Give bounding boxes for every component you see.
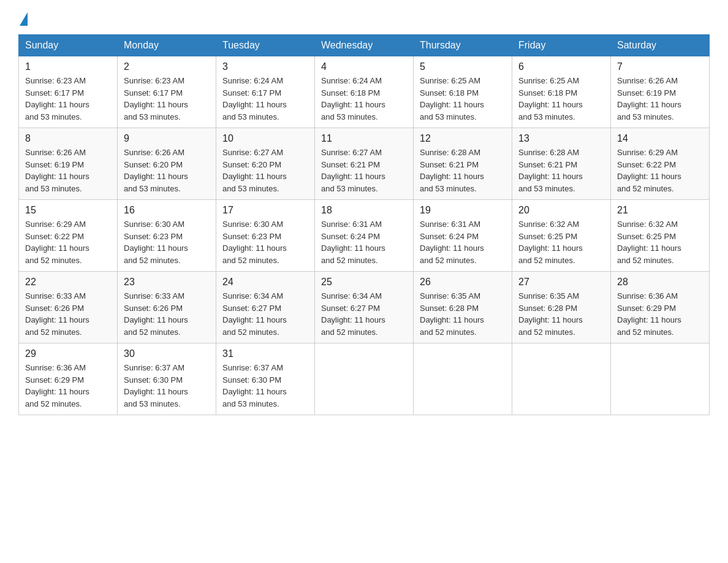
day-number: 24 [222,277,308,288]
logo-arrow-icon [20,12,28,26]
day-info: Sunrise: 6:37 AMSunset: 6:30 PMDaylight:… [124,362,210,410]
calendar-cell: 16Sunrise: 6:30 AMSunset: 6:23 PMDayligh… [118,200,216,272]
day-number: 5 [420,61,506,72]
day-header-thursday: Thursday [414,35,512,56]
calendar-cell: 18Sunrise: 6:31 AMSunset: 6:24 PMDayligh… [315,200,414,272]
day-info: Sunrise: 6:32 AMSunset: 6:25 PMDaylight:… [518,218,604,266]
day-number: 10 [222,133,308,144]
day-number: 21 [617,205,703,216]
day-info: Sunrise: 6:31 AMSunset: 6:24 PMDaylight:… [321,218,407,266]
day-number: 13 [518,133,604,144]
day-number: 29 [25,348,111,359]
day-number: 11 [321,133,407,144]
day-info: Sunrise: 6:30 AMSunset: 6:23 PMDaylight:… [222,218,308,266]
day-number: 28 [617,277,703,288]
calendar-cell: 15Sunrise: 6:29 AMSunset: 6:22 PMDayligh… [19,200,118,272]
day-info: Sunrise: 6:29 AMSunset: 6:22 PMDaylight:… [617,147,703,194]
calendar-cell: 30Sunrise: 6:37 AMSunset: 6:30 PMDayligh… [118,343,216,415]
day-number: 7 [617,61,703,72]
day-info: Sunrise: 6:34 AMSunset: 6:27 PMDaylight:… [321,290,407,338]
day-info: Sunrise: 6:30 AMSunset: 6:23 PMDaylight:… [124,218,210,266]
calendar-week-row: 15Sunrise: 6:29 AMSunset: 6:22 PMDayligh… [19,200,710,272]
day-number: 8 [25,133,111,144]
calendar-cell: 7Sunrise: 6:26 AMSunset: 6:19 PMDaylight… [611,56,710,128]
days-header-row: SundayMondayTuesdayWednesdayThursdayFrid… [19,35,710,56]
calendar-cell: 24Sunrise: 6:34 AMSunset: 6:27 PMDayligh… [216,272,315,343]
day-header-tuesday: Tuesday [216,35,315,56]
day-info: Sunrise: 6:25 AMSunset: 6:18 PMDaylight:… [518,75,604,123]
calendar-week-row: 1Sunrise: 6:23 AMSunset: 6:17 PMDaylight… [19,56,710,128]
calendar-cell: 29Sunrise: 6:36 AMSunset: 6:29 PMDayligh… [19,343,118,415]
day-header-wednesday: Wednesday [315,35,414,56]
day-info: Sunrise: 6:23 AMSunset: 6:17 PMDaylight:… [25,75,111,123]
calendar-cell: 17Sunrise: 6:30 AMSunset: 6:23 PMDayligh… [216,200,315,272]
day-info: Sunrise: 6:24 AMSunset: 6:17 PMDaylight:… [222,75,308,123]
day-number: 20 [518,205,604,216]
calendar-cell: 3Sunrise: 6:24 AMSunset: 6:17 PMDaylight… [216,56,315,128]
day-number: 9 [124,133,210,144]
day-info: Sunrise: 6:24 AMSunset: 6:18 PMDaylight:… [321,75,407,123]
calendar-cell: 20Sunrise: 6:32 AMSunset: 6:25 PMDayligh… [512,200,611,272]
day-info: Sunrise: 6:23 AMSunset: 6:17 PMDaylight:… [124,75,210,123]
calendar-cell: 12Sunrise: 6:28 AMSunset: 6:21 PMDayligh… [414,128,512,200]
calendar-cell: 8Sunrise: 6:26 AMSunset: 6:19 PMDaylight… [19,128,118,200]
day-info: Sunrise: 6:26 AMSunset: 6:19 PMDaylight:… [25,147,111,194]
day-number: 4 [321,61,407,72]
calendar-cell: 31Sunrise: 6:37 AMSunset: 6:30 PMDayligh… [216,343,315,415]
calendar-cell: 14Sunrise: 6:29 AMSunset: 6:22 PMDayligh… [611,128,710,200]
day-number: 2 [124,61,210,72]
day-info: Sunrise: 6:26 AMSunset: 6:19 PMDaylight:… [617,75,703,123]
calendar-cell: 11Sunrise: 6:27 AMSunset: 6:21 PMDayligh… [315,128,414,200]
day-info: Sunrise: 6:35 AMSunset: 6:28 PMDaylight:… [420,290,506,338]
day-number: 17 [222,205,308,216]
calendar-cell [512,343,611,415]
day-info: Sunrise: 6:36 AMSunset: 6:29 PMDaylight:… [617,290,703,338]
day-number: 15 [25,205,111,216]
day-number: 14 [617,133,703,144]
calendar-cell: 13Sunrise: 6:28 AMSunset: 6:21 PMDayligh… [512,128,611,200]
day-info: Sunrise: 6:26 AMSunset: 6:20 PMDaylight:… [124,147,210,194]
day-number: 16 [124,205,210,216]
day-number: 18 [321,205,407,216]
calendar-table: SundayMondayTuesdayWednesdayThursdayFrid… [18,34,710,415]
calendar-cell: 28Sunrise: 6:36 AMSunset: 6:29 PMDayligh… [611,272,710,343]
calendar-cell: 23Sunrise: 6:33 AMSunset: 6:26 PMDayligh… [118,272,216,343]
day-info: Sunrise: 6:28 AMSunset: 6:21 PMDaylight:… [518,147,604,194]
day-info: Sunrise: 6:27 AMSunset: 6:20 PMDaylight:… [222,147,308,194]
day-header-monday: Monday [118,35,216,56]
day-info: Sunrise: 6:36 AMSunset: 6:29 PMDaylight:… [25,362,111,410]
calendar-cell [414,343,512,415]
calendar-cell: 5Sunrise: 6:25 AMSunset: 6:18 PMDaylight… [414,56,512,128]
page-header [18,12,710,23]
calendar-week-row: 8Sunrise: 6:26 AMSunset: 6:19 PMDaylight… [19,128,710,200]
day-info: Sunrise: 6:25 AMSunset: 6:18 PMDaylight:… [420,75,506,123]
day-number: 26 [420,277,506,288]
day-info: Sunrise: 6:37 AMSunset: 6:30 PMDaylight:… [222,362,308,410]
calendar-cell: 10Sunrise: 6:27 AMSunset: 6:20 PMDayligh… [216,128,315,200]
day-number: 25 [321,277,407,288]
day-number: 19 [420,205,506,216]
day-info: Sunrise: 6:35 AMSunset: 6:28 PMDaylight:… [518,290,604,338]
logo [18,12,28,23]
day-header-sunday: Sunday [19,35,118,56]
calendar-cell [315,343,414,415]
calendar-cell: 27Sunrise: 6:35 AMSunset: 6:28 PMDayligh… [512,272,611,343]
day-header-saturday: Saturday [611,35,710,56]
day-info: Sunrise: 6:29 AMSunset: 6:22 PMDaylight:… [25,218,111,266]
calendar-week-row: 22Sunrise: 6:33 AMSunset: 6:26 PMDayligh… [19,272,710,343]
day-number: 12 [420,133,506,144]
day-info: Sunrise: 6:32 AMSunset: 6:25 PMDaylight:… [617,218,703,266]
calendar-cell: 22Sunrise: 6:33 AMSunset: 6:26 PMDayligh… [19,272,118,343]
calendar-cell: 9Sunrise: 6:26 AMSunset: 6:20 PMDaylight… [118,128,216,200]
calendar-cell: 4Sunrise: 6:24 AMSunset: 6:18 PMDaylight… [315,56,414,128]
calendar-cell: 1Sunrise: 6:23 AMSunset: 6:17 PMDaylight… [19,56,118,128]
day-number: 31 [222,348,308,359]
calendar-cell: 6Sunrise: 6:25 AMSunset: 6:18 PMDaylight… [512,56,611,128]
day-info: Sunrise: 6:28 AMSunset: 6:21 PMDaylight:… [420,147,506,194]
day-info: Sunrise: 6:31 AMSunset: 6:24 PMDaylight:… [420,218,506,266]
calendar-cell: 26Sunrise: 6:35 AMSunset: 6:28 PMDayligh… [414,272,512,343]
calendar-week-row: 29Sunrise: 6:36 AMSunset: 6:29 PMDayligh… [19,343,710,415]
calendar-cell: 25Sunrise: 6:34 AMSunset: 6:27 PMDayligh… [315,272,414,343]
day-number: 22 [25,277,111,288]
day-number: 3 [222,61,308,72]
